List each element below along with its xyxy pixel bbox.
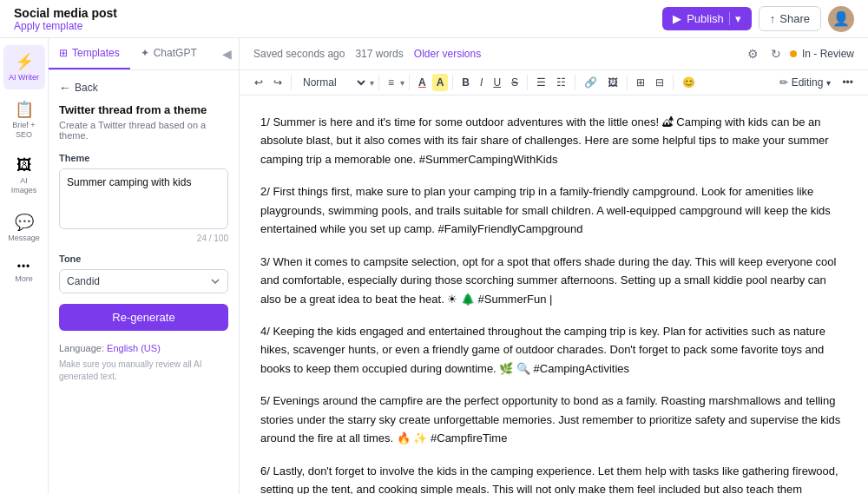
numbered-list-button[interactable]: ☷ xyxy=(552,74,570,91)
topbar-right: ▶ Publish ▾ ↑ Share 👤 xyxy=(662,6,854,32)
tone-select[interactable]: Candid Formal Casual Friendly Informativ… xyxy=(59,269,228,293)
publish-chevron: ▾ xyxy=(729,12,741,25)
sidebar-item-ai-writer[interactable]: ⚡ AI Writer xyxy=(3,45,45,89)
disclaimer-text: Make sure you manually review all AI gen… xyxy=(59,359,228,383)
undo-button[interactable]: ↩ xyxy=(250,74,267,91)
word-count: 317 words xyxy=(355,48,403,60)
format-chevron-icon: ▾ xyxy=(370,78,374,88)
editing-label: Editing xyxy=(792,76,824,89)
strikethrough-button[interactable]: S xyxy=(507,74,523,91)
underline-button[interactable]: U xyxy=(489,74,505,91)
toolbar-separator-6 xyxy=(575,75,575,90)
editing-chevron-icon: ▾ xyxy=(826,78,831,88)
more-icon: ••• xyxy=(17,260,31,273)
topbar-left: Social media post Apply template xyxy=(14,6,117,32)
toolbar-separator-1 xyxy=(291,75,292,90)
paragraph-6: 6/ Lastly, don't forget to involve the k… xyxy=(260,462,847,494)
ai-writer-icon: ⚡ xyxy=(15,52,34,71)
templates-icon: ⊞ xyxy=(59,47,68,59)
language-line: Language: English (US) xyxy=(59,343,228,353)
editor-content[interactable]: 1/ Summer is here and it's time for some… xyxy=(240,96,868,494)
message-icon: 💬 xyxy=(15,213,34,232)
share-button[interactable]: ↑ Share xyxy=(759,6,821,31)
italic-button[interactable]: I xyxy=(476,74,487,91)
bullet-list-button[interactable]: ☰ xyxy=(532,74,550,91)
settings-icon-button[interactable]: ⚙ xyxy=(744,43,762,64)
panel-collapse-button[interactable]: ◀ xyxy=(215,38,239,69)
toolbar-separator-3 xyxy=(409,75,410,90)
editor-status: ⚙ ↻ In - Review xyxy=(744,43,854,64)
saved-text: Saved seconds ago xyxy=(253,48,345,60)
toolbar-separator-7 xyxy=(627,75,628,90)
paragraph-4: 4/ Keeping the kids engaged and entertai… xyxy=(260,322,847,378)
char-count: 24 / 100 xyxy=(59,234,228,243)
tab-templates[interactable]: ⊞ Templates xyxy=(49,38,130,69)
publish-icon: ▶ xyxy=(673,12,681,25)
publish-button[interactable]: ▶ Publish ▾ xyxy=(662,7,752,30)
panel-content: ← Back Twitter thread from a theme Creat… xyxy=(49,70,239,494)
tone-label: Tone xyxy=(59,254,228,264)
sidebar-item-brief-seo[interactable]: 📋 Brief + SEO xyxy=(3,93,45,147)
editor-area: Saved seconds ago 317 words Older versio… xyxy=(240,38,868,494)
panel-subtitle: Create a Twitter thread based on a theme… xyxy=(59,120,228,141)
history-icon-button[interactable]: ↻ xyxy=(767,43,785,64)
more-options-button[interactable]: ••• xyxy=(838,74,858,91)
older-versions-link[interactable]: Older versions xyxy=(414,48,481,60)
format-select[interactable]: NormalHeading 1Heading 2 xyxy=(296,74,368,91)
page-title: Social media post xyxy=(14,6,117,20)
table-button[interactable]: ⊞ xyxy=(632,74,649,91)
redo-button[interactable]: ↪ xyxy=(269,74,286,91)
toolbar-separator-8 xyxy=(673,75,674,90)
sidebar-item-ai-images[interactable]: 🖼 AI Images xyxy=(3,149,45,202)
toolbar-separator-2 xyxy=(378,75,379,90)
panel-tabs: ⊞ Templates ✦ ChatGPT ◀ xyxy=(49,38,239,70)
text-color-button[interactable]: A xyxy=(414,74,431,91)
avatar[interactable]: 👤 xyxy=(828,6,854,32)
highlight-button[interactable]: A xyxy=(432,74,449,91)
editor-topbar: Saved seconds ago 317 words Older versio… xyxy=(240,38,868,70)
sidebar: ⚡ AI Writer 📋 Brief + SEO 🖼 AI Images 💬 … xyxy=(0,38,49,494)
toolbar: ↩ ↪ NormalHeading 1Heading 2 ▾ ≡ ▾ A A B… xyxy=(240,70,868,96)
emoji-button[interactable]: 😊 xyxy=(678,74,700,91)
toolbar-separator-5 xyxy=(527,75,528,90)
link-button[interactable]: 🔗 xyxy=(580,74,602,91)
share-icon: ↑ xyxy=(770,12,776,25)
publish-label: Publish xyxy=(687,12,724,25)
pencil-icon: ✏ xyxy=(779,76,788,89)
editor-meta: Saved seconds ago 317 words Older versio… xyxy=(253,48,481,60)
status-text: In - Review xyxy=(802,48,854,60)
brief-seo-icon: 📋 xyxy=(15,100,34,119)
bold-button[interactable]: B xyxy=(457,74,474,91)
back-button[interactable]: ← Back xyxy=(59,81,228,95)
tab-chatgpt[interactable]: ✦ ChatGPT xyxy=(130,38,207,69)
align-chevron-icon: ▾ xyxy=(400,78,404,88)
chatgpt-icon: ✦ xyxy=(141,47,149,59)
toolbar-separator-4 xyxy=(452,75,453,90)
ai-images-icon: 🖼 xyxy=(16,156,32,175)
image-insert-button[interactable]: 🖼 xyxy=(603,74,622,91)
main-layout: ⚡ AI Writer 📋 Brief + SEO 🖼 AI Images 💬 … xyxy=(0,38,868,494)
panel: ⊞ Templates ✦ ChatGPT ◀ ← Back Twitter t… xyxy=(49,38,240,494)
regenerate-button[interactable]: Re-generate xyxy=(59,304,228,331)
status-dot xyxy=(790,50,797,57)
language-link[interactable]: English (US) xyxy=(107,343,161,353)
panel-title: Twitter thread from a theme xyxy=(59,103,228,116)
back-arrow-icon: ← xyxy=(59,81,71,95)
apply-template-link[interactable]: Apply template xyxy=(14,20,117,32)
theme-input[interactable] xyxy=(59,168,228,229)
paragraph-2: 2/ First things first, make sure to plan… xyxy=(260,182,847,238)
sidebar-item-message[interactable]: 💬 Message xyxy=(3,206,45,250)
theme-label: Theme xyxy=(59,153,228,163)
strikethrough2-button[interactable]: ⊟ xyxy=(651,74,668,91)
align-button[interactable]: ≡ xyxy=(384,74,398,91)
sidebar-item-more[interactable]: ••• More xyxy=(3,254,45,291)
topbar: Social media post Apply template ▶ Publi… xyxy=(0,0,868,38)
paragraph-3: 3/ When it comes to campsite selection, … xyxy=(260,253,847,308)
share-label: Share xyxy=(779,12,810,25)
paragraph-1: 1/ Summer is here and it's time for some… xyxy=(260,113,847,168)
paragraph-5: 5/ Evenings around the campfire are the … xyxy=(260,392,847,447)
editing-button[interactable]: ✏ Editing ▾ xyxy=(774,74,837,91)
